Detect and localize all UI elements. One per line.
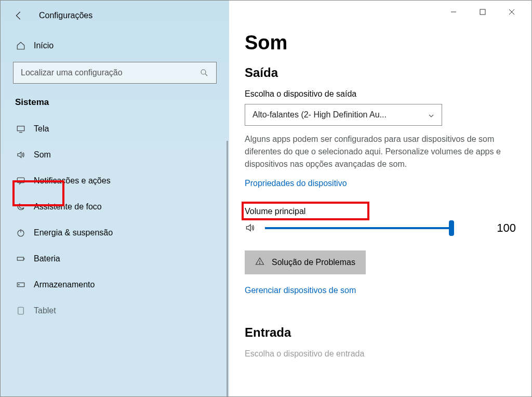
troubleshoot-button[interactable]: Solução de Problemas bbox=[245, 250, 366, 274]
troubleshoot-label: Solução de Problemas bbox=[272, 258, 355, 267]
svg-rect-1 bbox=[17, 126, 24, 131]
search-input[interactable]: Localizar uma configuração bbox=[13, 62, 217, 84]
monitor-icon bbox=[16, 124, 25, 134]
chat-icon bbox=[16, 176, 25, 186]
svg-rect-4 bbox=[17, 257, 23, 260]
minimize-button[interactable] bbox=[439, 1, 468, 23]
main-panel: Som Saída Escolha o dispositivo de saída… bbox=[229, 1, 531, 396]
master-volume-slider[interactable] bbox=[265, 227, 451, 229]
sidebar-item-som[interactable]: Som bbox=[13, 142, 217, 168]
output-hint: Alguns apps podem ser configurados para … bbox=[245, 133, 516, 170]
master-volume-label: Volume principal bbox=[245, 207, 516, 216]
tablet-icon bbox=[16, 306, 25, 315]
moon-icon bbox=[16, 202, 25, 211]
master-volume-value: 100 bbox=[497, 221, 516, 235]
storage-icon bbox=[16, 280, 25, 289]
sidebar: Configurações Início Localizar uma confi… bbox=[1, 1, 229, 396]
output-device-select[interactable]: Alto-falantes (2- High Definition Au... bbox=[245, 104, 442, 126]
sidebar-item-armazenamento[interactable]: Armazenamento bbox=[13, 272, 217, 298]
search-icon bbox=[200, 68, 209, 77]
home-icon bbox=[16, 41, 25, 50]
sidebar-item-energia[interactable]: Energia & suspensão bbox=[13, 220, 217, 246]
window-title: Configurações bbox=[39, 11, 92, 20]
back-button[interactable] bbox=[13, 10, 24, 21]
volume-icon bbox=[245, 222, 256, 234]
speaker-icon bbox=[16, 150, 25, 160]
warning-icon bbox=[255, 257, 264, 268]
sidebar-item-tablet[interactable]: Tablet bbox=[13, 298, 217, 315]
sidebar-item-label: Energia & suspensão bbox=[34, 228, 113, 237]
sidebar-item-bateria[interactable]: Bateria bbox=[13, 246, 217, 272]
page-title: Som bbox=[245, 32, 516, 54]
sidebar-item-label: Notificações e ações bbox=[34, 176, 111, 186]
slider-thumb[interactable] bbox=[449, 220, 454, 236]
device-properties-link[interactable]: Propriedades do dispositivo bbox=[245, 179, 347, 188]
svg-rect-7 bbox=[18, 307, 24, 314]
svg-rect-2 bbox=[17, 178, 24, 183]
battery-icon bbox=[16, 254, 25, 263]
svg-point-6 bbox=[19, 284, 20, 285]
sidebar-item-label: Tela bbox=[34, 124, 49, 134]
svg-point-0 bbox=[201, 70, 206, 74]
output-choose-label: Escolha o dispositivo de saída bbox=[245, 89, 516, 99]
sidebar-item-label: Som bbox=[34, 150, 51, 160]
sidebar-home-label: Início bbox=[34, 41, 54, 50]
window-controls bbox=[229, 1, 531, 23]
svg-point-9 bbox=[260, 263, 260, 264]
svg-rect-8 bbox=[480, 9, 485, 15]
sidebar-scrollbar[interactable] bbox=[227, 141, 228, 396]
manage-devices-link[interactable]: Gerenciar dispositivos de som bbox=[245, 286, 356, 295]
sidebar-item-tela[interactable]: Tela bbox=[13, 116, 217, 142]
sidebar-home[interactable]: Início bbox=[13, 29, 217, 62]
sidebar-item-label: Bateria bbox=[34, 254, 60, 263]
close-button[interactable] bbox=[497, 1, 526, 23]
input-choose-label: Escolha o dispositivo de entrada bbox=[245, 349, 516, 359]
sidebar-item-foco[interactable]: Assistente de foco bbox=[13, 194, 217, 220]
power-icon bbox=[16, 228, 25, 237]
sidebar-item-label: Armazenamento bbox=[34, 280, 95, 289]
search-placeholder: Localizar uma configuração bbox=[21, 68, 123, 77]
sidebar-item-label: Tablet bbox=[34, 306, 56, 315]
sidebar-category: Sistema bbox=[13, 97, 217, 112]
output-device-selected: Alto-falantes (2- High Definition Au... bbox=[252, 110, 387, 120]
sidebar-item-label: Assistente de foco bbox=[34, 202, 102, 211]
output-heading: Saída bbox=[245, 65, 516, 80]
chevron-down-icon bbox=[428, 112, 434, 118]
sidebar-item-notificacoes[interactable]: Notificações e ações bbox=[13, 168, 217, 194]
maximize-button[interactable] bbox=[468, 1, 497, 23]
input-heading: Entrada bbox=[245, 325, 516, 340]
